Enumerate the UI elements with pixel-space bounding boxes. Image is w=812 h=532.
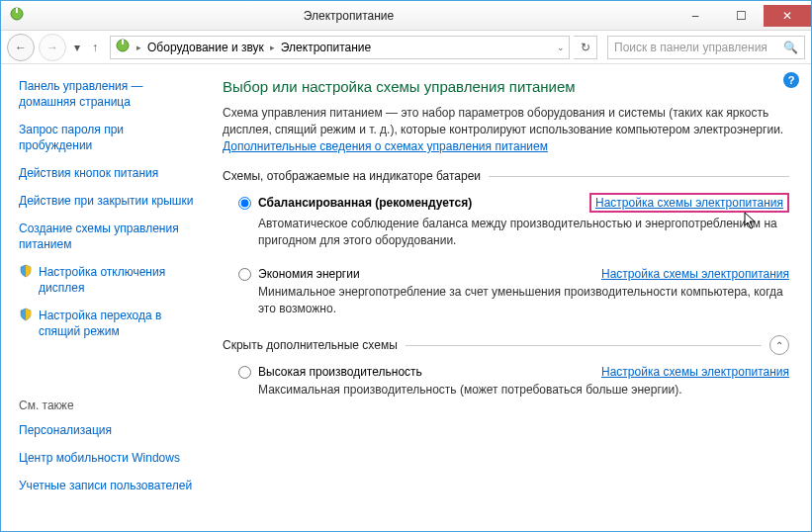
control-panel-home-link[interactable]: Панель управления — домашняя страница [19, 78, 199, 110]
sidebar-link[interactable]: Действия кнопок питания [19, 165, 199, 181]
minimize-button[interactable]: – [673, 5, 718, 27]
cursor-icon [742, 211, 760, 232]
sidebar-link[interactable]: Настройка отключения дисплея [39, 264, 199, 296]
radio-input[interactable] [238, 197, 251, 210]
history-dropdown[interactable]: ▾ [70, 40, 84, 55]
shield-icon [19, 264, 33, 281]
page-heading: Выбор или настройка схемы управления пит… [223, 78, 789, 95]
chevron-right-icon: ▸ [136, 43, 141, 52]
titlebar: Электропитание – ☐ ✕ [1, 1, 811, 31]
sidebar-link[interactable]: Персонализация [19, 422, 199, 438]
breadcrumb[interactable]: ▸ Оборудование и звук ▸ Электропитание ⌄ [110, 36, 570, 59]
help-icon[interactable]: ? [783, 72, 799, 88]
more-info-link[interactable]: Дополнительные сведения о схемах управле… [223, 139, 548, 153]
see-also-label: См. также [19, 399, 199, 412]
plan-radio-saver[interactable]: Экономия энергии [238, 267, 360, 281]
plan-settings-link[interactable]: Настройка схемы электропитания [601, 365, 789, 379]
sidebar: Панель управления — домашняя страница За… [1, 64, 209, 530]
back-button[interactable]: ← [7, 34, 35, 61]
plan-radio-balanced[interactable]: Сбалансированная (рекомендуется) [238, 196, 472, 210]
search-icon: 🔍 [783, 41, 798, 54]
plan-settings-link[interactable]: Настройка схемы электропитания [601, 267, 789, 281]
search-placeholder: Поиск в панели управления [614, 41, 767, 54]
section-header: Схемы, отображаемые на индикаторе батаре… [223, 169, 789, 183]
section-header-collapsible[interactable]: Скрыть дополнительные схемы ⌃ [223, 335, 789, 355]
plan-description: Минимальное энергопотребление за счет ум… [238, 284, 789, 317]
chevron-down-icon[interactable]: ⌄ [557, 43, 565, 52]
radio-input[interactable] [238, 366, 251, 379]
sidebar-link[interactable]: Настройка перехода в спящий режим [39, 308, 199, 339]
plan-radio-high[interactable]: Высокая производительность [238, 365, 422, 379]
page-description: Схема управления питанием — это набор па… [223, 105, 789, 155]
window-controls: – ☐ ✕ [673, 5, 811, 27]
breadcrumb-item[interactable]: Электропитание [281, 41, 371, 54]
sidebar-link[interactable]: Создание схемы управления питанием [19, 221, 199, 252]
sidebar-link[interactable]: Центр мобильности Windows [19, 450, 199, 466]
collapse-icon[interactable]: ⌃ [769, 335, 789, 355]
power-plan: Экономия энергии Настройка схемы электро… [223, 267, 789, 317]
chevron-right-icon: ▸ [270, 43, 275, 52]
radio-input[interactable] [238, 268, 251, 281]
plan-description: Автоматическое соблюдение баланса между … [238, 216, 789, 249]
plan-description: Максимальная производительность (может п… [238, 382, 789, 399]
shield-icon [19, 308, 33, 324]
forward-button[interactable]: → [39, 34, 66, 61]
sidebar-link[interactable]: Запрос пароля при пробуждении [19, 122, 199, 153]
sidebar-link[interactable]: Учетные записи пользователей [19, 478, 199, 493]
sidebar-link[interactable]: Действие при закрытии крышки [19, 193, 199, 209]
power-options-icon [9, 6, 25, 25]
refresh-button[interactable]: ↻ [574, 36, 597, 59]
toolbar: ← → ▾ ↑ ▸ Оборудование и звук ▸ Электроп… [1, 31, 811, 64]
breadcrumb-item[interactable]: Оборудование и звук [147, 41, 264, 54]
main-content: ? Выбор или настройка схемы управления п… [209, 64, 811, 530]
power-plan: Сбалансированная (рекомендуется) Настрой… [223, 193, 789, 249]
power-options-icon [115, 38, 131, 56]
maximize-button[interactable]: ☐ [718, 5, 764, 27]
plan-settings-link[interactable]: Настройка схемы электропитания [589, 193, 789, 213]
up-button[interactable]: ↑ [88, 40, 102, 55]
svg-rect-3 [122, 40, 124, 44]
close-button[interactable]: ✕ [764, 5, 811, 27]
power-plan: Высокая производительность Настройка схе… [223, 365, 789, 399]
search-input[interactable]: Поиск в панели управления 🔍 [607, 36, 805, 59]
window-title: Электропитание [25, 9, 673, 23]
svg-rect-1 [16, 8, 18, 13]
